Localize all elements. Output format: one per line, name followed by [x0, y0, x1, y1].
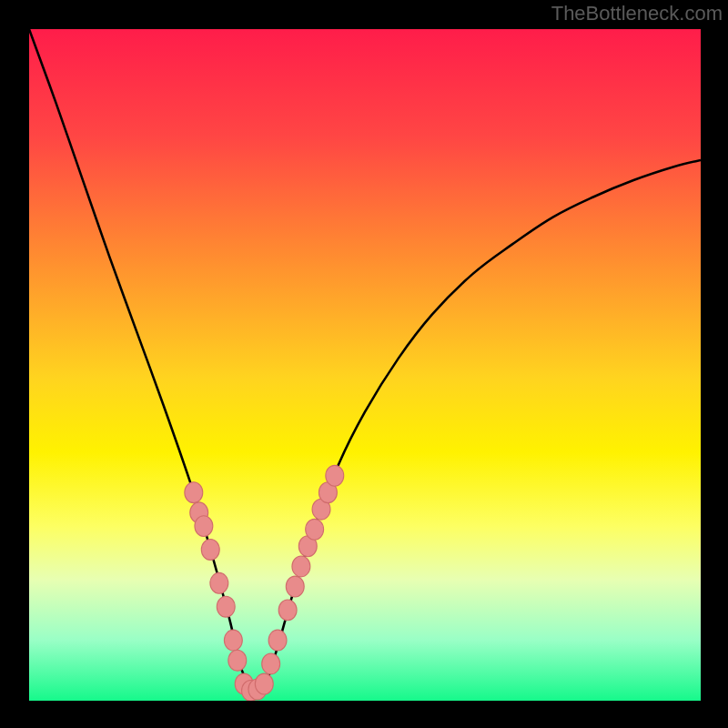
- marker-dot: [210, 572, 228, 593]
- marker-dot: [195, 516, 213, 537]
- marker-dot: [278, 600, 297, 621]
- plot-area: [29, 29, 701, 701]
- marker-dot: [224, 630, 242, 651]
- marker-dot: [217, 596, 235, 617]
- marker-dot: [292, 556, 310, 577]
- marker-dot: [286, 576, 304, 597]
- bottleneck-curve: [29, 29, 701, 693]
- marker-dot: [255, 673, 273, 694]
- marker-dot: [326, 465, 344, 486]
- marker-dot: [185, 482, 203, 503]
- marker-dot: [268, 630, 287, 651]
- marker-dot: [228, 650, 247, 671]
- watermark-text: TheBottleneck.com: [551, 2, 723, 25]
- marker-dot: [262, 653, 280, 674]
- curve-layer: [29, 29, 701, 701]
- marker-dot: [201, 540, 219, 561]
- marker-dot: [306, 519, 324, 540]
- highlight-markers: [185, 465, 344, 701]
